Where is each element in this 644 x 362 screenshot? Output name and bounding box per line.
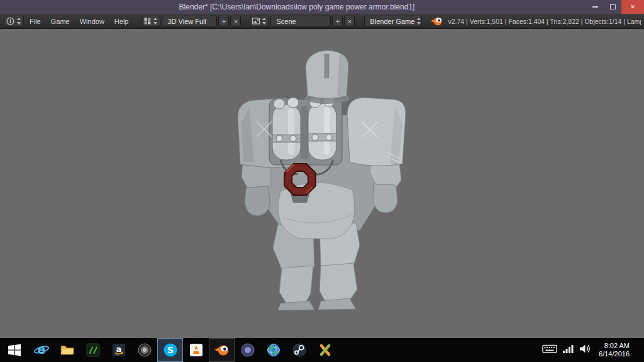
blender-logo-icon	[430, 16, 443, 27]
taskbar-app-purple-media[interactable]	[235, 338, 260, 362]
internet-explorer-icon: e	[33, 342, 50, 358]
taskbar-app-file-explorer[interactable]	[54, 338, 80, 362]
screen-layout-dropdown[interactable]: 3D View Full	[162, 16, 217, 26]
taskbar-app-globe[interactable]	[260, 338, 286, 362]
scene-dropdown[interactable]: Scene	[270, 16, 331, 26]
volume-tray-icon[interactable]	[579, 342, 591, 358]
scene-icon	[252, 18, 260, 25]
taskbar-app-x-gamepad[interactable]	[312, 338, 338, 362]
window-title: Blender* [C:\Users\Ian\Downloads\low pol…	[19, 0, 575, 14]
minimize-button[interactable]	[586, 0, 604, 14]
clock-date: 6/14/2016	[599, 350, 630, 358]
maximize-icon	[610, 4, 616, 9]
skype-icon: S	[162, 342, 179, 358]
dropdown-arrows-icon	[417, 18, 421, 25]
system-tray: 8:02 AM 6/14/2016	[542, 338, 644, 362]
x-icon	[317, 342, 333, 358]
scene-add-button[interactable]: +	[332, 16, 343, 26]
menu-file[interactable]: File	[25, 14, 46, 29]
clock-time: 8:02 AM	[599, 342, 630, 350]
scene-delete-button[interactable]: ×	[344, 16, 355, 26]
screen-layout-value: 3D View Full	[167, 18, 206, 25]
windows-logo-icon	[6, 342, 23, 358]
purple-circle-icon	[240, 342, 256, 358]
network-tray-icon[interactable]	[562, 342, 574, 358]
start-button[interactable]	[0, 338, 28, 362]
svg-text:e: e	[37, 342, 45, 356]
taskbar-app-skype[interactable]: S	[157, 338, 183, 362]
taskbar-app-camera[interactable]	[131, 338, 157, 362]
screen-layout-icon-button[interactable]	[142, 16, 160, 26]
screen-layout-group: 3D View Full + ×	[141, 16, 242, 26]
menu-game[interactable]: Game	[46, 14, 75, 29]
taskbar-app-steam[interactable]	[286, 338, 312, 362]
menu-help[interactable]: Help	[109, 14, 134, 29]
globe-icon	[265, 342, 282, 358]
dropdown-arrows-icon	[17, 18, 21, 25]
taskbar: e a	[0, 338, 644, 362]
editor-type-selector[interactable]	[4, 16, 24, 26]
close-button[interactable]: ×	[621, 0, 644, 14]
scene-value: Scene	[276, 18, 296, 25]
engine-value: Blender Game	[370, 18, 414, 25]
taskbar-app-blender[interactable]	[209, 338, 235, 362]
taskbar-app-green[interactable]	[80, 338, 106, 362]
blender-icon	[214, 342, 230, 358]
caption-buttons: ×	[586, 0, 644, 14]
menu-window[interactable]: Window	[75, 14, 109, 29]
power-armor-model	[0, 29, 644, 338]
green-app-icon	[85, 342, 101, 358]
info-editor-icon	[6, 17, 14, 25]
folder-icon	[59, 342, 75, 358]
svg-text:S: S	[167, 345, 173, 355]
stats-text: v2.74 | Verts:1,501 | Faces:1,404 | Tris…	[448, 18, 641, 25]
amazon-icon: a	[111, 342, 127, 358]
taskbar-app-media-player[interactable]	[183, 338, 209, 362]
media-cone-icon	[188, 342, 204, 358]
taskbar-clock[interactable]: 8:02 AM 6/14/2016	[596, 342, 632, 358]
screen-layout-add-button[interactable]: +	[218, 16, 229, 26]
blender-header: File Game Window Help 3D View Full + ×	[0, 14, 644, 29]
scene-group: Scene + ×	[249, 16, 355, 26]
steam-icon	[291, 342, 308, 358]
svg-text:a: a	[116, 344, 121, 354]
scene-icon-button[interactable]	[250, 16, 269, 26]
maximize-button[interactable]	[604, 0, 621, 14]
viewport-3d[interactable]	[0, 29, 644, 338]
taskbar-app-amazon[interactable]: a	[106, 338, 131, 362]
screen-layout-delete-button[interactable]: ×	[230, 16, 241, 26]
dropdown-arrows-icon	[153, 18, 158, 25]
keyboard-tray-icon[interactable]	[542, 342, 557, 358]
dropdown-arrows-icon	[262, 18, 267, 25]
camera-lens-icon	[136, 342, 153, 358]
desktop-screen: Blender* [C:\Users\Ian\Downloads\low pol…	[0, 0, 644, 362]
window-titlebar[interactable]: Blender* [C:\Users\Ian\Downloads\low pol…	[0, 0, 644, 14]
engine-dropdown[interactable]: Blender Game	[364, 16, 422, 26]
minimize-icon	[592, 6, 598, 8]
screen-layout-icon	[144, 18, 151, 25]
taskbar-app-internet-explorer[interactable]: e	[28, 338, 54, 362]
